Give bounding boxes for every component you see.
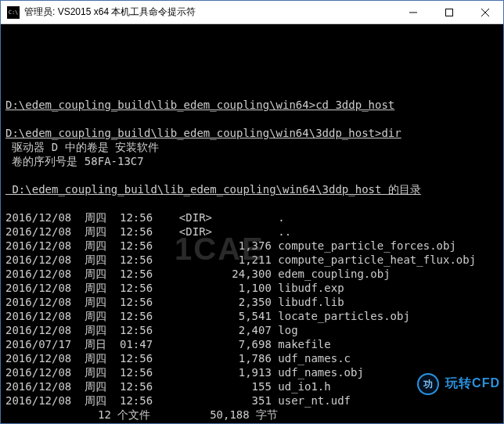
dir-entry: 2016/12/08 周四 12:56 1,376 compute_partic… <box>5 239 499 253</box>
app-icon: C:\ <box>7 6 20 19</box>
terminal-line: D:\edem_coupling_build\lib_edem_coupling… <box>5 98 499 112</box>
dir-summary: 2 个目录 148,407,291,904 可用字节 <box>5 422 499 423</box>
dir-entry: 2016/12/08 周四 12:56 24,300 edem_coupling… <box>5 267 499 281</box>
maximize-button[interactable] <box>431 1 467 23</box>
window-controls <box>395 1 503 23</box>
dir-entry: 2016/12/08 周四 12:56 155 ud_io1.h <box>5 379 499 393</box>
dir-entry: 2016/12/08 周四 12:56 351 user_nt.udf <box>5 393 499 408</box>
terminal-line: D:\edem_coupling_build\lib_edem_coupling… <box>5 126 499 140</box>
minimize-button[interactable] <box>395 1 431 23</box>
window-title: 管理员: VS2015 x64 本机工具命令提示符 <box>24 5 395 19</box>
titlebar[interactable]: C:\ 管理员: VS2015 x64 本机工具命令提示符 <box>1 1 503 24</box>
dir-entry: 2016/12/08 周四 12:56 <DIR> .. <box>5 225 499 239</box>
dir-entry: 2016/12/08 周四 12:56 <DIR> . <box>5 210 499 225</box>
terminal-line <box>5 168 499 182</box>
terminal-line: 卷的序列号是 58FA-13C7 <box>5 154 499 168</box>
dir-entry: 2016/12/08 周四 12:56 1,100 libudf.exp <box>5 281 499 295</box>
terminal-output[interactable]: 1CAE 功 玩转CFD D:\edem_coupling_build\lib_… <box>1 24 503 423</box>
dir-entry: 2016/12/08 周四 12:56 2,350 libudf.lib <box>5 295 499 309</box>
close-button[interactable] <box>467 1 503 23</box>
dir-entry: 2016/12/08 周四 12:56 1,211 compute_partic… <box>5 253 499 267</box>
dir-entry: 2016/12/08 周四 12:56 5,541 locate_particl… <box>5 309 499 323</box>
dir-entry: 2016/12/08 周四 12:56 1,913 udf_names.obj <box>5 365 499 379</box>
svg-rect-1 <box>446 9 453 16</box>
terminal-line <box>5 112 499 126</box>
terminal-line <box>5 196 499 210</box>
terminal-window: C:\ 管理员: VS2015 x64 本机工具命令提示符 1CAE 功 玩转C… <box>0 0 504 424</box>
terminal-line <box>5 84 499 98</box>
dir-entry: 2016/12/08 周四 12:56 2,407 log <box>5 323 499 337</box>
dir-summary: 12 个文件 50,188 字节 <box>5 408 499 422</box>
dir-entry: 2016/12/08 周四 12:56 1,786 udf_names.c <box>5 351 499 365</box>
terminal-line: D:\edem_coupling_build\lib_edem_coupling… <box>5 182 499 196</box>
dir-entry: 2016/07/17 周日 01:47 7,698 makefile <box>5 337 499 351</box>
terminal-line: 驱动器 D 中的卷是 安装软件 <box>5 140 499 154</box>
